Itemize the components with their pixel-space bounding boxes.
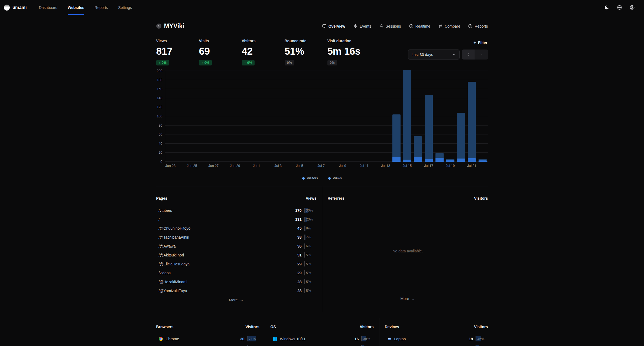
views-bar: [457, 113, 465, 162]
device-value: 19: [464, 337, 473, 341]
page-percent-bar: 5%: [304, 279, 317, 284]
metric-label: Visit duration: [327, 39, 361, 43]
chart-day-slot: [262, 71, 273, 162]
metric-label: Bounce rate: [285, 39, 312, 43]
os-table: Windows 10/111638%iOS717%: [271, 334, 374, 346]
y-tick-label: 20: [159, 151, 162, 154]
page-link[interactable]: /@AkitsukiInori: [156, 253, 292, 257]
tab-events[interactable]: Events: [353, 24, 371, 28]
tab-overview[interactable]: Overview: [322, 24, 345, 28]
x-tick-label: Jun 23: [165, 164, 176, 168]
chart-day-slot: [412, 71, 423, 162]
legend-visitors[interactable]: Visitors: [302, 176, 318, 180]
pages-value-header: Views: [306, 196, 316, 206]
chart-day-slot: [348, 71, 359, 162]
browser-percent-bar: 71%: [247, 336, 259, 341]
page-row: /@ChuuninoHitoyo458%: [156, 224, 317, 233]
chart-day-slot: [327, 71, 337, 162]
x-tick-label: Jul 15: [403, 164, 412, 168]
x-tick-label: Jul 5: [296, 164, 303, 168]
page-value: 131: [292, 217, 302, 222]
device-percent-bar: 45%: [476, 336, 488, 341]
x-tick-label: Jul 7: [317, 164, 324, 168]
nav-item-websites[interactable]: Websites: [63, 0, 89, 15]
chart-day-slot: [434, 71, 445, 162]
nav-item-dashboard[interactable]: Dashboard: [34, 0, 63, 15]
brand-name: umami: [12, 5, 27, 10]
pages-title: Pages: [156, 196, 167, 206]
nav-item-reports[interactable]: Reports: [89, 0, 113, 15]
views-bar: [392, 114, 401, 162]
device-link[interactable]: Laptop: [385, 337, 464, 341]
browser-value: 30: [235, 337, 245, 341]
page-link[interactable]: /@HezakiMinami: [156, 280, 292, 284]
report-icon: [468, 24, 472, 28]
metric-visit-duration: Visit duration5m 16s0%: [327, 39, 361, 65]
pages-panel: Pages Views /vtubers17030%/13123%/@Chuun…: [156, 186, 317, 312]
pages-more-button[interactable]: More →: [227, 298, 245, 302]
os-title: OS: [271, 325, 276, 334]
tab-reports[interactable]: Reports: [468, 24, 488, 28]
language-button[interactable]: [617, 5, 622, 10]
theme-toggle-button[interactable]: [604, 5, 609, 10]
y-tick-label: 180: [157, 78, 162, 82]
legend-views[interactable]: Views: [328, 176, 342, 180]
os-panel: OS Visitors Windows 10/111638%iOS717%: [271, 318, 374, 346]
chart-day-slot: [240, 71, 251, 162]
chart-day-slot: Jun 29: [230, 71, 240, 162]
page-link[interactable]: /: [156, 217, 292, 222]
metric-value: 51%: [285, 46, 312, 57]
filter-button[interactable]: + Filter: [473, 40, 488, 45]
page-percent-bar: 5%: [304, 261, 317, 266]
visitors-bar: [457, 159, 465, 162]
x-tick-label: Jun 25: [187, 164, 197, 168]
page-link[interactable]: /videos: [156, 271, 292, 275]
metric-views: Views817↑0%: [156, 39, 183, 65]
top-nav: umami DashboardWebsitesReportsSettings: [0, 0, 644, 15]
chrome-icon: [159, 337, 163, 341]
devices-panel: Devices Visitors Laptop1945%Desktop1126%: [385, 318, 488, 346]
chart-day-slot: Jul 17: [423, 71, 434, 162]
legend-dot-icon: [302, 177, 305, 180]
date-pager: [462, 50, 488, 60]
tab-compare[interactable]: Compare: [438, 24, 460, 28]
next-period-button[interactable]: [475, 50, 488, 60]
page-link[interactable]: /@ChuuninoHitoyo: [156, 226, 292, 230]
nav-item-settings[interactable]: Settings: [113, 0, 137, 15]
plus-icon: +: [473, 40, 476, 45]
page-link[interactable]: /@TachibanaAihiri: [156, 235, 292, 239]
nav-actions: [604, 5, 635, 10]
visitors-bar: [479, 160, 487, 162]
user-icon: [379, 24, 383, 28]
referrers-more-button[interactable]: More →: [399, 296, 417, 301]
pages-table: /vtubers17030%/13123%/@ChuuninoHitoyo458…: [156, 206, 317, 295]
y-tick-label: 100: [157, 114, 162, 118]
profile-button[interactable]: [629, 5, 635, 10]
brand[interactable]: umami: [4, 5, 27, 11]
chart-day-slot: Jul 19: [445, 71, 456, 162]
page-link[interactable]: /@EliciaHasugaya: [156, 262, 292, 266]
browser-link[interactable]: Chrome: [156, 337, 235, 341]
metric-bounce-rate: Bounce rate51%0%: [285, 39, 312, 65]
page-title: MYViki: [164, 22, 184, 30]
chart-day-slot: Jul 9: [337, 71, 348, 162]
page-link[interactable]: /@Awawa: [156, 244, 292, 248]
tab-sessions[interactable]: Sessions: [379, 24, 401, 28]
page-link[interactable]: /vtubers: [156, 208, 292, 213]
page-value: 45: [292, 226, 302, 230]
y-tick-label: 200: [157, 69, 162, 73]
page-row: /videos295%: [156, 268, 317, 277]
chart-day-slot: [477, 71, 488, 162]
visitors-bar: [468, 158, 476, 162]
chart-day-slot: Jun 25: [187, 71, 197, 162]
metric-visitors: Visitors42↑0%: [242, 39, 269, 65]
device-row: Desktop1126%: [385, 343, 488, 346]
page-link[interactable]: /@YamizukiFuyu: [156, 289, 292, 293]
chart-legend: VisitorsViews: [156, 176, 488, 180]
tab-realtime[interactable]: Realtime: [409, 24, 430, 28]
prev-period-button[interactable]: [462, 50, 475, 60]
page-row: /@HezakiMinami285%: [156, 277, 317, 286]
os-link[interactable]: Windows 10/11: [271, 337, 350, 341]
chart-day-slot: Jul 13: [380, 71, 391, 162]
date-range-select[interactable]: Last 30 days: [408, 50, 460, 60]
